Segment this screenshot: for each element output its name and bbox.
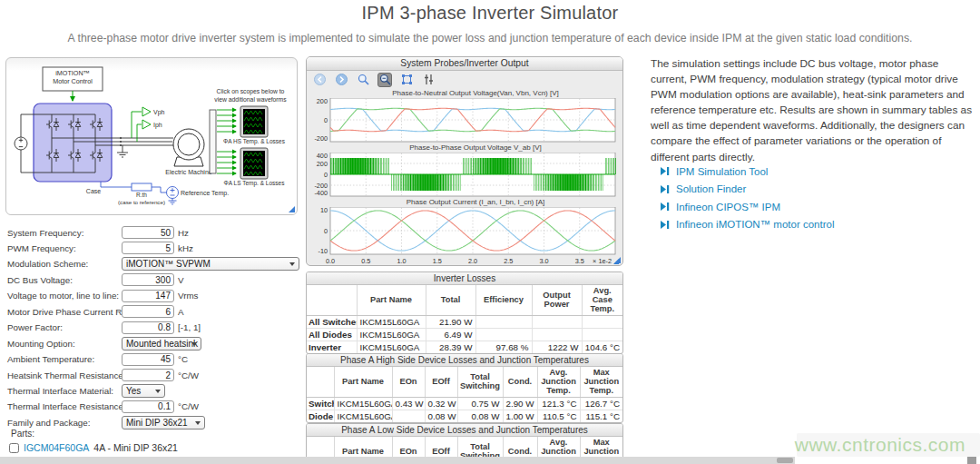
waveform-plot-3[interactable]: 100-100.00.51.01.52.02.53.03.5× 1e-2 [309, 207, 622, 266]
rth-label: R.th [136, 192, 147, 198]
chevron-down-icon [155, 390, 161, 393]
table-header-cell [307, 367, 334, 397]
form-row-motor-drive-phase-current-rms: Motor Drive Phase Current RMS:A [7, 304, 184, 319]
case-label: Case [86, 188, 101, 194]
sidebar-link-label[interactable]: IPM Simulation Tool [676, 166, 768, 177]
ambient-temperature-label: Ambient Temperature: [7, 354, 122, 364]
table-header-cell: Total [426, 285, 475, 315]
cursors-button[interactable] [421, 73, 436, 87]
page-title: IPM 3-phase Inverter Simulator [0, 3, 980, 24]
chart-title: Phase-to-Phase Output Voltage V_ab [V] [307, 143, 622, 153]
forward-button[interactable] [334, 73, 348, 87]
sidebar-link[interactable]: Infineon iMOTION™ motor control [660, 216, 834, 234]
table-cell [475, 328, 532, 341]
scope-note-2: view additional waveforms [214, 96, 287, 103]
table-title: Inverter Losses [307, 272, 622, 285]
power-factor-input[interactable] [122, 321, 174, 334]
table-cell: All Diodes [307, 328, 357, 341]
part-checkbox[interactable] [9, 443, 19, 453]
horizontal-scrollbar[interactable] [0, 457, 795, 464]
play-bar-icon [660, 202, 670, 212]
family-and-package-select[interactable]: Mini DIP 36x21 [122, 416, 205, 429]
table-cell: 1222 W [532, 341, 582, 353]
thermal-interface-resistance-unit: °C/W [178, 401, 199, 411]
dc-bus-voltage-input[interactable] [122, 273, 174, 286]
resize-handle-icon[interactable] [614, 257, 621, 263]
part-link[interactable]: IGCM04F60GA [24, 442, 89, 453]
table-cell: 110.5 °C [537, 410, 580, 422]
table-row: DiodeIKCM15L60GA0.08 W0.08 W1.00 W110.5 … [307, 410, 622, 422]
table-header-cell [307, 285, 357, 315]
modulation-scheme-select[interactable]: iMOTION™ SVPWM [122, 257, 299, 271]
part-row: IGCM04F60GA 4A - Mini DIP 36x21 [9, 442, 178, 453]
window-resize-grip[interactable] [967, 457, 976, 464]
motor-drive-phase-current-rms-unit: A [178, 307, 184, 317]
description-column: The simulation settings include DC bus v… [651, 56, 975, 165]
zoom-out-button[interactable] [377, 73, 392, 87]
ls-scope-block[interactable] [240, 148, 268, 179]
ambient-temperature-input[interactable] [122, 353, 174, 366]
sidebar-link[interactable]: Solution Finder [660, 181, 834, 199]
motor-drive-phase-current-rms-input[interactable] [122, 305, 174, 318]
svg-text:-10: -10 [318, 247, 328, 255]
table-cell: IKCM15L60GA [334, 410, 392, 422]
table-header-cell: Avg. Junction Temp. [537, 367, 580, 397]
description-paragraph: The simulation settings include DC bus v… [651, 56, 975, 165]
play-bar-icon [660, 166, 670, 176]
svg-text:3.0: 3.0 [539, 257, 548, 265]
back-button[interactable] [312, 73, 327, 87]
form-row-voltage-to-motor: Voltage to motor, line to line:Vrms [7, 289, 199, 303]
table-header-cell: Total Switching [457, 367, 503, 397]
table-cell: All Switches [307, 315, 357, 328]
thermal-interface-material-select[interactable]: Yes [122, 384, 165, 398]
table-cell [475, 315, 532, 328]
hs-scope-label: ΦA HS Temp. & Losses [223, 138, 286, 145]
form-row-pwm-frequency: PWM Frequency:kHz [7, 241, 193, 255]
resize-handle-icon[interactable] [289, 206, 295, 212]
fit-view-button[interactable] [399, 73, 414, 87]
system-frequency-input[interactable] [122, 226, 174, 239]
svg-text:2.0: 2.0 [468, 257, 477, 265]
sidebar-link-label[interactable]: Infineon iMOTION™ motor control [676, 219, 834, 230]
table-cell: IKCM15L60GA [357, 315, 426, 328]
table-header-cell: Efficiency [475, 285, 532, 315]
mounting-option-select[interactable]: Mounted heatsink [122, 337, 201, 350]
system-frequency-label: System Frequency: [7, 228, 122, 238]
form-row-modulation-scheme: Modulation Scheme:iMOTION™ SVPWM [7, 257, 299, 271]
voltage-to-motor-input[interactable] [122, 290, 174, 302]
table-cell: 28.39 W [426, 341, 475, 353]
zoom-in-button[interactable] [356, 73, 370, 87]
table-cell: IKCM15L60GA [334, 397, 392, 410]
table-header-cell: EOff [425, 367, 457, 397]
table-cell: 21.90 W [426, 315, 475, 328]
table-cell: 0.43 W [392, 397, 425, 410]
table-cell: 0.08 W [425, 410, 457, 422]
table-header-row: Part NameEOnEOffTotal SwitchingCond.Avg.… [307, 367, 622, 397]
sidebar-link-label[interactable]: Infineon CIPOS™ IPM [676, 202, 780, 212]
table-cell: IKCM15L60GA [357, 341, 426, 353]
hs-scope-block[interactable] [240, 106, 268, 137]
waveform-plot-1[interactable]: 2000-200 [309, 98, 622, 143]
table-cell: 0.08 W [457, 410, 503, 422]
ls-scope-label: ΦA LS Temp. & Losses [224, 180, 286, 187]
pwm-frequency-input[interactable] [122, 242, 174, 254]
sidebar-link[interactable]: IPM Simulation Tool [660, 163, 834, 181]
pwm-frequency-unit: kHz [178, 243, 193, 253]
table-cell: 115.1 °C [580, 410, 622, 422]
form-row-ambient-temperature: Ambient Temperature:°C [7, 352, 188, 367]
table-cell: IKCM15L60GA [357, 328, 426, 341]
table-header-cell: Part Name [334, 367, 392, 397]
sidebar-link-label[interactable]: Solution Finder [676, 183, 746, 194]
table-title: Phase A High Side Device Losses and Junc… [307, 354, 622, 367]
controller-label-2: Motor Control [53, 77, 93, 85]
thermal-interface-resistance-input[interactable] [122, 400, 174, 413]
table-cell [532, 328, 582, 341]
sidebar-link[interactable]: Infineon CIPOS™ IPM [660, 198, 834, 216]
table-row: All SwitchesIKCM15L60GA21.90 W [307, 315, 622, 328]
heatsink-thermal-resistance-input[interactable] [122, 369, 174, 381]
scope-panel-title: System Probes/Inverter Output [307, 57, 622, 71]
scrollbar-thumb[interactable] [777, 458, 793, 463]
svg-text:200: 200 [317, 160, 328, 168]
waveform-plot-2[interactable]: 4002000-200-400 [309, 153, 622, 198]
svg-text:200: 200 [317, 98, 328, 105]
